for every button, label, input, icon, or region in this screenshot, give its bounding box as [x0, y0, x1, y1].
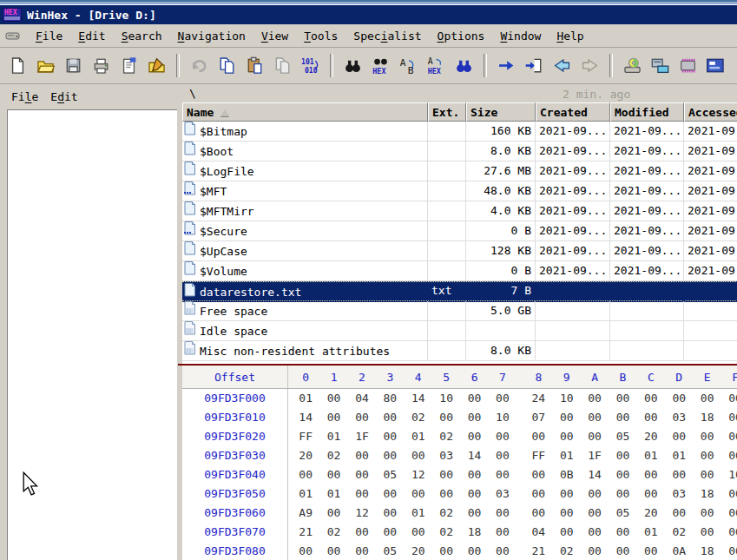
hex-byte-cell[interactable]: 00 [665, 427, 693, 446]
hex-byte-cell[interactable]: 18 [693, 484, 721, 504]
hex-byte-cell[interactable]: 02 [665, 523, 693, 542]
hex-byte-cell[interactable]: 1F [348, 427, 376, 446]
find-text-button[interactable] [340, 54, 365, 78]
find-again-button[interactable] [451, 54, 476, 78]
hex-byte-cell[interactable]: 00 [609, 408, 636, 427]
hex-byte-cell[interactable]: 00 [319, 408, 347, 427]
copy-button[interactable] [214, 54, 239, 78]
hex-byte-cell[interactable]: 05 [376, 542, 404, 560]
hex-byte-cell[interactable]: 00 [581, 389, 609, 408]
hex-byte-cell[interactable]: 00 [665, 504, 693, 523]
hex-byte-cell[interactable]: 00 [319, 504, 347, 523]
hex-byte-cell[interactable]: 01 [319, 427, 347, 446]
case-menu-item-edit[interactable]: Edit [50, 90, 77, 103]
replace-hex-button[interactable]: AHEX [424, 54, 448, 78]
hex-byte-cell[interactable]: 00 [693, 504, 721, 523]
hex-byte-cell[interactable]: 01 [292, 389, 319, 408]
open-disk-button[interactable] [620, 54, 644, 78]
case-data-panel[interactable] [7, 109, 177, 560]
file-row[interactable]: Idle space [182, 321, 737, 341]
hex-byte-cell[interactable]: 00 [432, 408, 460, 427]
hex-byte-cell[interactable]: 00 [665, 389, 693, 408]
hex-byte-cell[interactable]: 14 [405, 389, 432, 408]
hex-byte-cell[interactable]: 00 [319, 465, 347, 484]
hex-byte-cell[interactable]: 20 [637, 427, 665, 446]
back-button[interactable] [549, 54, 574, 78]
hex-byte-cell[interactable]: 02 [553, 542, 581, 560]
hex-byte-cell[interactable]: 00 [721, 484, 737, 504]
hex-byte-cell[interactable]: 20 [637, 504, 665, 523]
hex-byte-cell[interactable]: 00 [693, 389, 721, 408]
hex-byte-cell[interactable]: 21 [292, 523, 319, 542]
hex-byte-cell[interactable]: 14 [460, 446, 488, 465]
hex-byte-cell[interactable]: 00 [721, 446, 737, 465]
path-bar[interactable]: \ 2 min. ago [182, 85, 737, 102]
menu-item-options[interactable]: Options [430, 27, 493, 45]
hex-byte-cell[interactable]: 00 [609, 542, 636, 560]
hex-byte-cell[interactable]: 10 [721, 465, 737, 484]
hex-byte-cell[interactable]: 00 [524, 484, 552, 504]
hex-byte-cell[interactable]: 01 [319, 484, 347, 504]
column-header-modified[interactable]: Modified [610, 102, 684, 122]
hex-byte-cell[interactable]: 02 [432, 523, 460, 542]
hex-byte-cell[interactable]: 10 [432, 389, 460, 408]
open-ram-button[interactable] [675, 54, 700, 78]
hex-byte-cell[interactable]: 00 [609, 465, 636, 484]
hex-byte-cell[interactable]: 02 [432, 504, 460, 523]
edit-folder-button[interactable] [144, 54, 168, 78]
hex-byte-cell[interactable]: 00 [489, 446, 517, 465]
hex-byte-cell[interactable]: 00 [292, 542, 319, 560]
hex-byte-cell[interactable]: 00 [376, 523, 404, 542]
drive-system-icon[interactable] [5, 30, 21, 42]
hex-byte-cell[interactable]: 20 [292, 446, 319, 465]
hex-byte-cell[interactable]: 00 [637, 389, 665, 408]
menu-item-help[interactable]: Help [549, 27, 591, 45]
file-row[interactable]: Free space5.0 GB [182, 301, 737, 321]
hex-byte-cell[interactable]: FF [524, 446, 552, 465]
hex-byte-cell[interactable]: 00 [721, 542, 737, 560]
hex-byte-cell[interactable]: 00 [609, 446, 636, 465]
hex-byte-cell[interactable]: 00 [405, 446, 432, 465]
hex-byte-cell[interactable]: 00 [693, 427, 721, 446]
hex-byte-cell[interactable]: 00 [460, 408, 488, 427]
properties-button[interactable] [116, 54, 141, 78]
hex-byte-cell[interactable]: 18 [460, 523, 488, 542]
undo-button[interactable] [187, 54, 211, 78]
hex-byte-cell[interactable]: 00 [460, 542, 488, 560]
hex-byte-cell[interactable]: 00 [460, 465, 488, 484]
hex-byte-cell[interactable]: 00 [721, 408, 737, 427]
hex-byte-cell[interactable]: 00 [609, 523, 636, 542]
hex-byte-cell[interactable]: 0B [553, 465, 581, 484]
hex-byte-cell[interactable]: 80 [376, 389, 404, 408]
open-directory-button[interactable] [703, 54, 727, 78]
hex-byte-cell[interactable]: 00 [637, 542, 665, 560]
hex-byte-cell[interactable]: 21 [524, 542, 552, 560]
hex-byte-cell[interactable]: 00 [348, 408, 376, 427]
hex-byte-cell[interactable]: 00 [553, 484, 581, 504]
hex-byte-cell[interactable]: 03 [489, 484, 517, 504]
hex-byte-cell[interactable]: 00 [609, 389, 636, 408]
hex-byte-cell[interactable]: 00 [721, 504, 737, 523]
hex-byte-cell[interactable]: 01 [405, 427, 432, 446]
file-row[interactable]: $Bitmap160 KB2021-09...2021-09...2021-09… [182, 122, 737, 142]
hex-byte-cell[interactable]: 00 [432, 465, 460, 484]
menu-item-window[interactable]: Window [492, 27, 549, 45]
hex-byte-cell[interactable]: 18 [693, 542, 721, 560]
new-file-button[interactable] [5, 54, 30, 78]
hex-byte-cell[interactable]: 00 [432, 484, 460, 504]
hex-byte-cell[interactable]: 00 [721, 389, 737, 408]
hex-byte-cell[interactable]: 00 [405, 523, 432, 542]
hex-byte-cell[interactable]: 02 [432, 427, 460, 446]
hex-byte-cell[interactable]: 00 [581, 427, 609, 446]
forward-button[interactable] [577, 54, 602, 78]
hex-byte-cell[interactable]: 04 [348, 389, 376, 408]
print-button[interactable] [89, 54, 113, 78]
column-header-ext[interactable]: Ext. [428, 102, 466, 122]
open-drives-button[interactable] [648, 54, 672, 78]
hex-byte-cell[interactable]: 00 [319, 542, 347, 560]
hex-byte-cell[interactable]: 01 [637, 446, 665, 465]
file-row[interactable]: $Volume0 B2021-09...2021-09...2021-09... [182, 261, 737, 281]
hex-byte-cell[interactable]: 00 [665, 465, 693, 484]
hex-byte-cell[interactable]: 03 [665, 484, 693, 504]
hex-byte-cell[interactable]: 00 [581, 504, 609, 523]
